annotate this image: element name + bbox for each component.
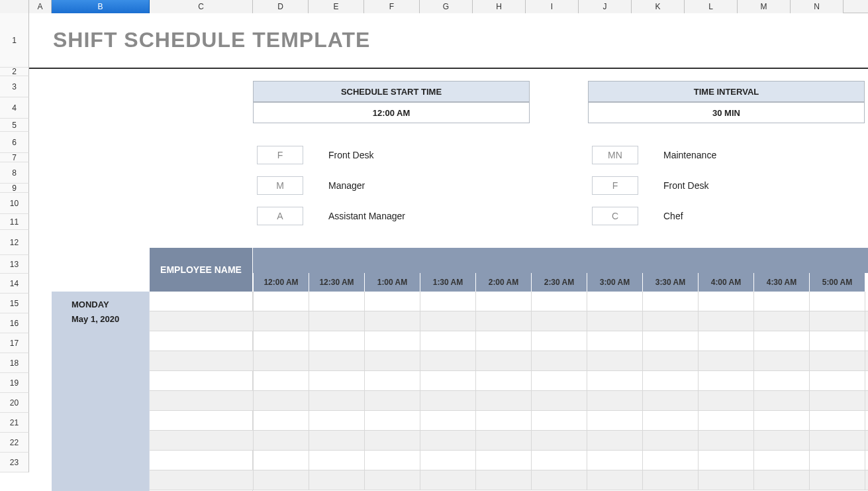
time-slot-header: 5:00 AM <box>809 273 865 292</box>
row-header-9[interactable]: 9 <box>0 184 29 193</box>
time-slot-header: 3:00 AM <box>587 273 642 292</box>
row-header-22[interactable]: 22 <box>0 433 29 453</box>
page-title: SHIFT SCHEDULE TEMPLATE <box>53 28 370 52</box>
schedule-row[interactable] <box>150 331 868 351</box>
row-header-18[interactable]: 18 <box>0 353 29 373</box>
row-header-15[interactable]: 15 <box>0 294 29 313</box>
schedule-row[interactable] <box>150 292 868 311</box>
row-header-16[interactable]: 16 <box>0 313 29 333</box>
row-header-19[interactable]: 19 <box>0 373 29 393</box>
day-name: MONDAY <box>72 300 109 309</box>
row-header-23[interactable]: 23 <box>0 453 29 472</box>
schedule-row[interactable] <box>150 311 868 331</box>
column-header-M[interactable]: M <box>738 0 791 13</box>
column-header-N[interactable]: N <box>791 0 844 13</box>
row-header-17[interactable]: 17 <box>0 333 29 353</box>
column-header-K[interactable]: K <box>632 0 685 13</box>
column-header-D[interactable]: D <box>253 0 309 13</box>
column-headers: ABCDEFGHIJKLMN <box>0 0 868 13</box>
column-header-B[interactable]: B <box>52 0 150 13</box>
legend-code[interactable]: C <box>592 207 638 225</box>
column-header-H[interactable]: H <box>473 0 526 13</box>
legend-code[interactable]: M <box>257 176 303 195</box>
column-header-F[interactable]: F <box>364 0 420 13</box>
time-header-bar <box>253 248 868 273</box>
legend-label: Maintenance <box>663 150 716 160</box>
column-header-I[interactable]: I <box>526 0 579 13</box>
legend-label: Chef <box>663 211 683 221</box>
schedule-start-time-value[interactable]: 12:00 AM <box>253 102 530 123</box>
schedule-row[interactable] <box>150 371 868 391</box>
time-slot-header: 2:00 AM <box>475 273 531 292</box>
schedule-row[interactable] <box>150 411 868 431</box>
row-header-21[interactable]: 21 <box>0 413 29 433</box>
schedule-row[interactable] <box>150 431 868 451</box>
row-header-13[interactable]: 13 <box>0 255 29 274</box>
legend-code[interactable]: F <box>257 146 303 164</box>
schedule-row[interactable] <box>150 351 868 371</box>
time-interval-header: TIME INTERVAL <box>588 81 865 102</box>
time-slot-header: 2:30 AM <box>531 273 587 292</box>
spreadsheet-sheet: ABCDEFGHIJKLMN 1234567891011121314151617… <box>0 0 868 491</box>
row-header-3[interactable]: 3 <box>0 76 29 97</box>
row-header-2[interactable]: 2 <box>0 68 29 76</box>
time-slot-header: 1:30 AM <box>420 273 475 292</box>
row-header-11[interactable]: 11 <box>0 214 29 230</box>
select-all-corner[interactable] <box>0 0 29 13</box>
legend-label: Front Desk <box>328 150 373 160</box>
column-header-A[interactable]: A <box>29 0 52 13</box>
time-slot-header: 4:30 AM <box>753 273 809 292</box>
row-header-12[interactable]: 12 <box>0 230 29 255</box>
row-headers: 1234567891011121314151617181920212223 <box>0 13 29 472</box>
schedule-row[interactable] <box>150 470 868 490</box>
day-date: May 1, 2020 <box>72 314 119 324</box>
legend-label: Assistant Manager <box>328 211 405 221</box>
legend-code[interactable]: MN <box>592 146 638 164</box>
schedule-start-time-header: SCHEDULE START TIME <box>253 81 530 102</box>
employee-name-header: EMPLOYEE NAME <box>150 248 253 292</box>
legend-label: Front Desk <box>663 180 708 191</box>
row-header-8[interactable]: 8 <box>0 162 29 184</box>
column-header-C[interactable]: C <box>150 0 253 13</box>
column-header-G[interactable]: G <box>420 0 473 13</box>
sheet-canvas[interactable]: SHIFT SCHEDULE TEMPLATE SCHEDULE START T… <box>29 13 868 491</box>
time-slot-header: 12:30 AM <box>309 273 364 292</box>
row-header-4[interactable]: 4 <box>0 97 29 119</box>
time-slot-header: 3:30 AM <box>642 273 698 292</box>
legend-code[interactable]: A <box>257 207 303 225</box>
legend-code[interactable]: F <box>592 176 638 195</box>
time-slot-header: 4:00 AM <box>698 273 753 292</box>
row-header-6[interactable]: 6 <box>0 132 29 153</box>
legend-label: Manager <box>328 180 365 191</box>
row-header-1[interactable]: 1 <box>0 13 29 68</box>
row-header-7[interactable]: 7 <box>0 153 29 162</box>
time-slot-header: 1:00 AM <box>364 273 420 292</box>
row-header-10[interactable]: 10 <box>0 193 29 214</box>
row-header-14[interactable]: 14 <box>0 274 29 294</box>
column-header-L[interactable]: L <box>685 0 738 13</box>
time-interval-value[interactable]: 30 MIN <box>588 102 865 123</box>
schedule-row[interactable] <box>150 391 868 411</box>
row-header-20[interactable]: 20 <box>0 393 29 413</box>
title-rule <box>29 68 868 69</box>
row-header-5[interactable]: 5 <box>0 119 29 132</box>
time-slot-header: 12:00 AM <box>253 273 309 292</box>
column-header-E[interactable]: E <box>309 0 364 13</box>
column-header-J[interactable]: J <box>579 0 632 13</box>
schedule-row[interactable] <box>150 451 868 470</box>
